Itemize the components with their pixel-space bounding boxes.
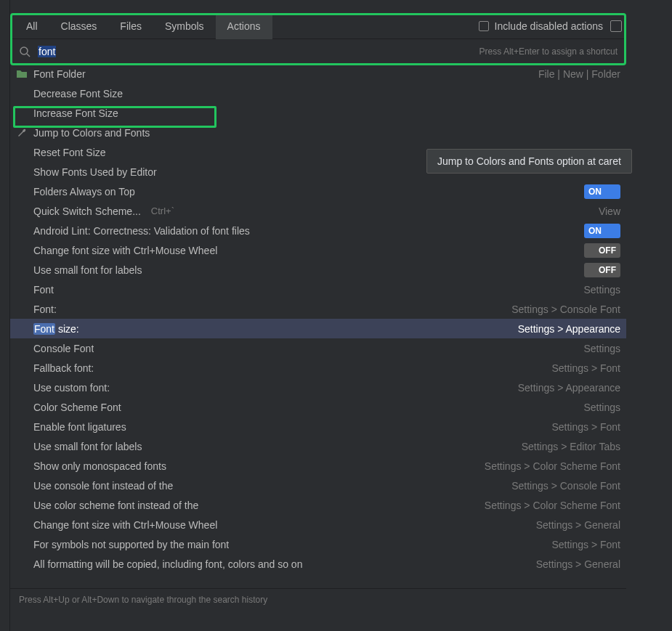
result-label: Show only monospaced fonts xyxy=(33,460,166,472)
result-label: For symbols not supported by the main fo… xyxy=(33,539,229,550)
result-path: Settings > General xyxy=(536,558,620,570)
result-path: File | New | Folder xyxy=(538,68,620,80)
result-row[interactable]: For symbols not supported by the main fo… xyxy=(10,534,626,554)
wrench-icon xyxy=(16,127,28,139)
result-label: Increase Font Size xyxy=(33,107,118,119)
tab-files[interactable]: Files xyxy=(108,13,153,39)
result-path: Settings > Appearance xyxy=(518,323,620,335)
result-path: View xyxy=(599,205,620,217)
result-path: Settings xyxy=(583,402,620,413)
result-label: Use console font instead of the xyxy=(33,480,173,492)
result-path: Settings > Font xyxy=(551,421,620,433)
result-label: Use color scheme font instead of the xyxy=(33,500,198,511)
result-row[interactable]: Increase Font Size xyxy=(10,103,626,123)
result-row[interactable]: Use console font instead of theSettings … xyxy=(10,476,626,495)
result-row[interactable]: Jump to Colors and Fonts xyxy=(10,123,626,142)
shortcut-hint: Ctrl+` xyxy=(151,205,174,216)
result-label: Use small font for labels xyxy=(33,264,142,276)
search-icon xyxy=(19,46,31,57)
result-row[interactable]: Use small font for labelsSettings > Edit… xyxy=(10,436,626,456)
result-row[interactable]: Change font size with Ctrl+Mouse WheelOF… xyxy=(10,240,626,260)
result-label: Android Lint: Correctness: Validation of… xyxy=(33,225,250,237)
result-label: Font xyxy=(33,284,54,296)
result-path: Settings > Editor Tabs xyxy=(522,441,620,452)
result-row[interactable]: Show only monospaced fontsSettings > Col… xyxy=(10,456,626,476)
result-path: Settings > General xyxy=(536,519,620,531)
results-list[interactable]: Font FolderFile | New | FolderDecrease F… xyxy=(10,64,626,588)
search-bar: font Press Alt+Enter to assign a shortcu… xyxy=(10,39,626,64)
result-row[interactable]: All formatting will be copied, including… xyxy=(10,554,626,574)
result-row[interactable]: Change font size with Ctrl+Mouse WheelSe… xyxy=(10,515,626,534)
result-path: Settings > Console Font xyxy=(511,304,620,315)
tab-bar: AllClassesFilesSymbolsActionsInclude dis… xyxy=(10,13,626,39)
result-label: Change font size with Ctrl+Mouse Wheel xyxy=(33,245,217,256)
result-row[interactable]: Font:Settings > Console Font xyxy=(10,299,626,319)
toggle[interactable]: OFF xyxy=(584,243,620,258)
result-path: Settings xyxy=(583,343,620,354)
toggle[interactable]: OFF xyxy=(584,263,620,277)
footer-hint: Press Alt+Up or Alt+Down to navigate thr… xyxy=(10,588,626,610)
result-label: Folders Always on Top xyxy=(33,186,135,198)
result-row[interactable]: Font size:Settings > Appearance xyxy=(10,319,626,338)
result-row[interactable]: Android Lint: Correctness: Validation of… xyxy=(10,221,626,240)
toggle[interactable]: ON xyxy=(584,184,620,199)
search-everywhere-popup: AllClassesFilesSymbolsActionsInclude dis… xyxy=(10,13,626,610)
result-label: Console Font xyxy=(33,343,94,354)
result-label: Font size: xyxy=(33,323,79,335)
result-path: Settings > Console Font xyxy=(511,480,620,492)
result-label: Font: xyxy=(33,304,57,315)
result-row[interactable]: Use custom font:Settings > Appearance xyxy=(10,378,626,397)
include-disabled-label: Include disabled actions xyxy=(495,20,603,32)
result-row[interactable]: Decrease Font Size xyxy=(10,84,626,103)
toggle[interactable]: ON xyxy=(584,224,620,238)
result-row[interactable]: Use color scheme font instead of theSett… xyxy=(10,495,626,515)
result-row[interactable]: Enable font ligaturesSettings > Font xyxy=(10,417,626,436)
result-row[interactable]: Quick Switch Scheme...Ctrl+`View xyxy=(10,201,626,221)
result-label: All formatting will be copied, including… xyxy=(33,558,302,570)
tab-classes[interactable]: Classes xyxy=(49,13,109,39)
pin-icon[interactable] xyxy=(610,20,622,32)
result-label: Fallback font: xyxy=(33,362,94,374)
result-label: Use custom font: xyxy=(33,382,110,394)
result-path: Settings > Font xyxy=(551,362,620,374)
result-label: Reset Font Size xyxy=(33,147,106,158)
tooltip: Jump to Colors and Fonts option at caret xyxy=(426,149,632,174)
result-label: Quick Switch Scheme... xyxy=(33,205,141,217)
svg-point-0 xyxy=(20,47,28,54)
result-row[interactable]: Folders Always on TopON xyxy=(10,182,626,201)
include-disabled-checkbox[interactable] xyxy=(479,21,489,31)
result-row[interactable]: Color Scheme FontSettings xyxy=(10,397,626,417)
result-label: Color Scheme Font xyxy=(33,402,121,413)
result-label: Enable font ligatures xyxy=(33,421,126,433)
result-row[interactable]: Font FolderFile | New | Folder xyxy=(10,64,626,84)
folder-icon xyxy=(16,68,28,80)
result-path: Settings > Color Scheme Font xyxy=(485,500,620,511)
result-row[interactable]: Fallback font:Settings > Font xyxy=(10,358,626,378)
result-label: Show Fonts Used by Editor xyxy=(33,166,157,178)
result-path: Settings xyxy=(583,284,620,296)
result-label: Jump to Colors and Fonts xyxy=(33,127,150,139)
result-row[interactable]: FontSettings xyxy=(10,280,626,299)
tab-symbols[interactable]: Symbols xyxy=(153,13,216,39)
result-path: Settings > Font xyxy=(551,539,620,550)
result-label: Decrease Font Size xyxy=(33,88,123,99)
result-label: Font Folder xyxy=(33,68,86,80)
search-input[interactable]: font xyxy=(38,46,472,57)
result-path: Settings > Color Scheme Font xyxy=(485,460,620,472)
result-label: Change font size with Ctrl+Mouse Wheel xyxy=(33,519,217,531)
search-shortcut-hint: Press Alt+Enter to assign a shortcut xyxy=(479,46,618,57)
tab-all[interactable]: All xyxy=(15,13,49,39)
result-label: Use small font for labels xyxy=(33,441,142,452)
tab-actions[interactable]: Actions xyxy=(216,13,272,39)
svg-line-1 xyxy=(27,54,30,57)
result-row[interactable]: Use small font for labelsOFF xyxy=(10,260,626,280)
result-row[interactable]: Console FontSettings xyxy=(10,338,626,358)
result-path: Settings > Appearance xyxy=(518,382,620,394)
